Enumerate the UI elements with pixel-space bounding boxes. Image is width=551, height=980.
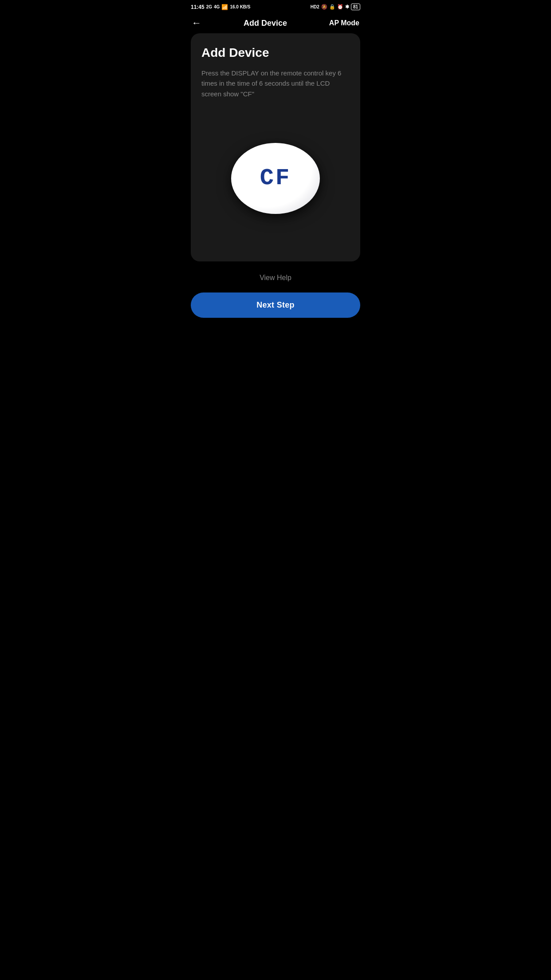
status-left: 11:45 2G 4G 📶 16.0 KB/S (191, 4, 251, 10)
hd-icon: HD2 (311, 4, 319, 9)
add-device-card: Add Device Press the DISPLAY on the remo… (191, 33, 360, 261)
alarm-icon: ⏰ (337, 4, 343, 10)
main-content: Add Device Press the DISPLAY on the remo… (184, 33, 367, 270)
nav-bar: ← Add Device AP Mode (184, 13, 367, 33)
nav-title: Add Device (244, 19, 287, 28)
signal-4g-icon: 4G (214, 4, 220, 9)
signal-2g-icon: 2G (206, 4, 212, 9)
wifi-icon: 📶 (221, 4, 228, 10)
card-description: Press the DISPLAY on the remote control … (201, 68, 350, 99)
status-bar: 11:45 2G 4G 📶 16.0 KB/S HD2 🔕 🔒 ⏰ ✱ 81 (184, 0, 367, 13)
mute-icon: 🔕 (321, 4, 327, 10)
back-button[interactable]: ← (192, 17, 201, 29)
phone-screen: 11:45 2G 4G 📶 16.0 KB/S HD2 🔕 🔒 ⏰ ✱ 81 ←… (184, 0, 367, 327)
ap-mode-button[interactable]: AP Mode (329, 19, 359, 27)
bluetooth-icon: ✱ (345, 4, 349, 10)
view-help-button[interactable]: View Help (251, 270, 300, 285)
card-title: Add Device (201, 46, 350, 60)
lock-icon: 🔒 (329, 4, 335, 10)
next-step-button[interactable]: Next Step (191, 292, 360, 318)
cf-text: CF (260, 165, 291, 191)
status-right: HD2 🔕 🔒 ⏰ ✱ 81 (311, 4, 360, 10)
battery-level: 81 (351, 4, 360, 10)
bottom-section: View Help Next Step (184, 270, 367, 327)
cf-oval: CF (231, 143, 320, 214)
cf-display-container: CF (201, 117, 350, 240)
status-time: 11:45 (191, 4, 205, 10)
speed-indicator: 16.0 KB/S (230, 4, 250, 9)
